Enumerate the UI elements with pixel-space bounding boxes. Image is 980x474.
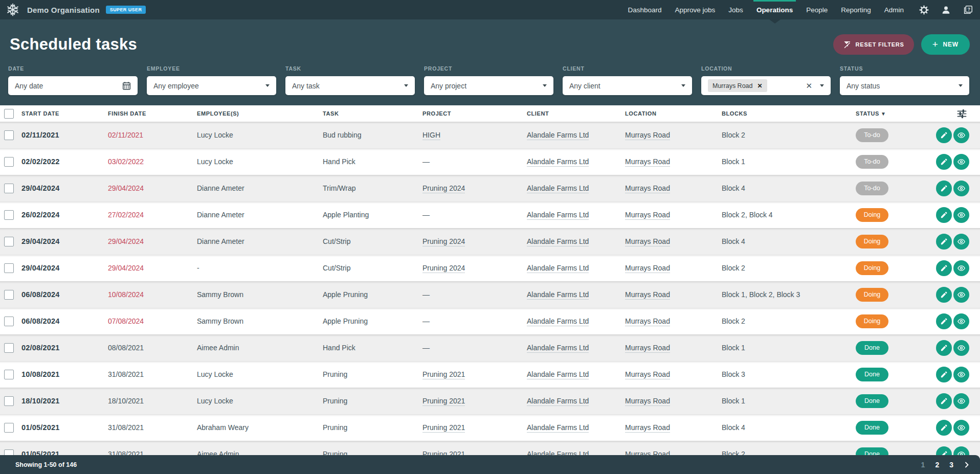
- view-button[interactable]: [953, 207, 969, 223]
- client-link[interactable]: Alandale Farms Ltd: [527, 317, 589, 326]
- location-link[interactable]: Murrays Road: [625, 211, 670, 220]
- row-checkbox[interactable]: [4, 130, 14, 140]
- view-button[interactable]: [953, 234, 969, 250]
- chevron-down-icon[interactable]: [820, 84, 824, 87]
- chevron-down-icon[interactable]: [404, 84, 408, 87]
- chevron-down-icon[interactable]: [265, 84, 270, 87]
- view-button[interactable]: [953, 260, 969, 276]
- settings-icon[interactable]: [919, 5, 929, 15]
- column-header-location[interactable]: LOCATION: [625, 110, 722, 117]
- row-checkbox[interactable]: [4, 396, 14, 406]
- column-header-blocks[interactable]: BLOCKS: [722, 110, 856, 117]
- filter-input-date[interactable]: Any date: [8, 76, 138, 95]
- location-link[interactable]: Murrays Road: [625, 397, 670, 406]
- nav-item-dashboard[interactable]: Dashboard: [621, 0, 668, 19]
- edit-button[interactable]: [936, 393, 952, 409]
- location-link[interactable]: Murrays Road: [625, 237, 670, 246]
- view-button[interactable]: [953, 340, 969, 356]
- client-link[interactable]: Alandale Farms Ltd: [527, 131, 589, 140]
- client-link[interactable]: Alandale Farms Ltd: [527, 370, 589, 379]
- row-checkbox[interactable]: [4, 423, 14, 433]
- filter-input-client[interactable]: Any client: [563, 76, 692, 95]
- edit-button[interactable]: [936, 234, 952, 250]
- column-header-project[interactable]: PROJECT: [422, 110, 527, 117]
- row-checkbox[interactable]: [4, 237, 14, 246]
- calendar-icon[interactable]: [122, 81, 131, 90]
- project-link[interactable]: Pruning 2021: [422, 397, 465, 406]
- view-button[interactable]: [953, 154, 969, 170]
- nav-item-admin[interactable]: Admin: [878, 0, 910, 19]
- project-link[interactable]: Pruning 2021: [422, 370, 465, 379]
- row-checkbox[interactable]: [4, 157, 14, 167]
- edit-button[interactable]: [936, 313, 952, 329]
- filter-input-project[interactable]: Any project: [424, 76, 553, 95]
- column-settings-icon[interactable]: [957, 109, 967, 119]
- edit-button[interactable]: [936, 180, 952, 196]
- row-checkbox[interactable]: [4, 370, 14, 379]
- edit-button[interactable]: [936, 260, 952, 276]
- edit-button[interactable]: [936, 154, 952, 170]
- edit-button[interactable]: [936, 127, 952, 143]
- column-header-status[interactable]: STATUS▼: [856, 110, 936, 117]
- column-header-finish-date[interactable]: FINISH DATE: [108, 110, 197, 117]
- client-link[interactable]: Alandale Farms Ltd: [527, 157, 589, 167]
- edit-button[interactable]: [936, 420, 952, 436]
- view-button[interactable]: [953, 287, 969, 303]
- chip-remove-icon[interactable]: ✕: [758, 82, 763, 89]
- client-link[interactable]: Alandale Farms Ltd: [527, 264, 589, 273]
- location-link[interactable]: Murrays Road: [625, 344, 670, 353]
- client-link[interactable]: Alandale Farms Ltd: [527, 184, 589, 193]
- row-checkbox[interactable]: [4, 343, 14, 353]
- location-link[interactable]: Murrays Road: [625, 423, 670, 433]
- edit-button[interactable]: [936, 367, 952, 382]
- row-checkbox[interactable]: [4, 210, 14, 220]
- account-icon[interactable]: [941, 5, 951, 15]
- column-header-task[interactable]: TASK: [323, 110, 422, 117]
- page-2[interactable]: 2: [935, 461, 939, 469]
- select-all-checkbox[interactable]: [4, 109, 14, 119]
- filter-input-location[interactable]: Murrays Road✕✕: [701, 76, 831, 95]
- location-link[interactable]: Murrays Road: [625, 370, 670, 379]
- project-link[interactable]: Pruning 2024: [422, 184, 465, 193]
- page-3[interactable]: 3: [949, 461, 953, 469]
- view-button[interactable]: [953, 420, 969, 436]
- project-link[interactable]: HIGH: [422, 131, 440, 140]
- filter-input-employee[interactable]: Any employee: [147, 76, 276, 95]
- column-header-start-date[interactable]: START DATE: [21, 110, 108, 117]
- chevron-down-icon[interactable]: [543, 84, 547, 87]
- location-link[interactable]: Murrays Road: [625, 290, 670, 300]
- client-link[interactable]: Alandale Farms Ltd: [527, 211, 589, 220]
- location-link[interactable]: Murrays Road: [625, 317, 670, 326]
- nav-item-approve-jobs[interactable]: Approve jobs: [669, 0, 722, 19]
- row-checkbox[interactable]: [4, 263, 14, 273]
- project-link[interactable]: Pruning 2024: [422, 237, 465, 246]
- nav-item-jobs[interactable]: Jobs: [722, 0, 750, 19]
- reset-filters-button[interactable]: RESET FILTERS: [833, 34, 914, 55]
- column-header-employee-s-[interactable]: EMPLOYEE(S): [197, 110, 323, 117]
- edit-button[interactable]: [936, 207, 952, 223]
- row-checkbox[interactable]: [4, 184, 14, 193]
- view-button[interactable]: [953, 313, 969, 329]
- row-checkbox[interactable]: [4, 290, 14, 300]
- location-link[interactable]: Murrays Road: [625, 184, 670, 193]
- project-link[interactable]: Pruning 2021: [422, 423, 465, 433]
- row-checkbox[interactable]: [4, 317, 14, 326]
- new-button[interactable]: + NEW: [921, 34, 970, 55]
- clear-filter-icon[interactable]: ✕: [806, 82, 812, 89]
- nav-item-reporting[interactable]: Reporting: [834, 0, 878, 19]
- column-header-client[interactable]: CLIENT: [527, 110, 625, 117]
- view-button[interactable]: [953, 180, 969, 196]
- client-link[interactable]: Alandale Farms Ltd: [527, 397, 589, 406]
- location-link[interactable]: Murrays Road: [625, 157, 670, 167]
- edit-button[interactable]: [936, 340, 952, 356]
- help-icon[interactable]: ?: [963, 5, 973, 15]
- view-button[interactable]: [953, 393, 969, 409]
- view-button[interactable]: [953, 367, 969, 382]
- next-page-icon[interactable]: [964, 462, 970, 468]
- filter-input-status[interactable]: Any status: [840, 76, 969, 95]
- client-link[interactable]: Alandale Farms Ltd: [527, 344, 589, 353]
- nav-item-operations[interactable]: Operations: [750, 0, 799, 19]
- chevron-down-icon[interactable]: [959, 84, 963, 87]
- filter-input-task[interactable]: Any task: [285, 76, 415, 95]
- location-link[interactable]: Murrays Road: [625, 264, 670, 273]
